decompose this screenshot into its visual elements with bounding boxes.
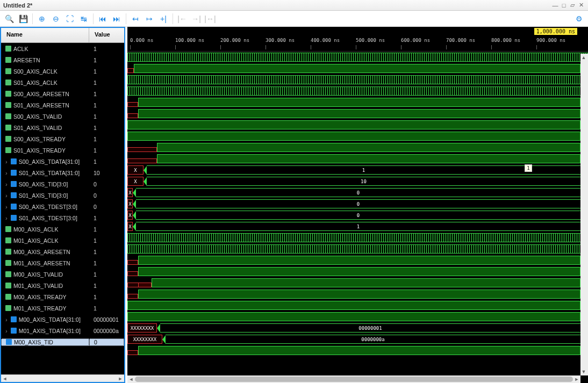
ruler-tick: 800.000 ns <box>491 38 520 43</box>
wave-row[interactable] <box>127 142 588 153</box>
scroll-up-icon[interactable]: ▲ <box>580 54 587 61</box>
wave-row[interactable] <box>127 52 588 63</box>
left-hscroll[interactable]: ◄ ► <box>1 374 124 382</box>
signal-header: Name Value <box>1 28 124 43</box>
wave-row[interactable] <box>127 131 588 142</box>
signal-row[interactable]: M00_AXIS_TREADY1 <box>1 291 124 302</box>
wave-row[interactable] <box>127 288 588 300</box>
signal-row[interactable]: M00_AXIS_ACLK1 <box>1 223 124 235</box>
scroll-right-icon[interactable]: ► <box>117 375 124 382</box>
wave-row[interactable] <box>127 119 588 131</box>
goto-cursor-icon[interactable]: ↹ <box>78 13 90 25</box>
wave-row[interactable] <box>127 153 588 164</box>
wave-row[interactable] <box>127 74 588 85</box>
signal-row[interactable]: M00_AXIS_TDATA[31:0]00000001 <box>1 314 124 325</box>
wave-row[interactable] <box>127 63 588 74</box>
scroll-down-icon[interactable]: ▼ <box>580 368 587 375</box>
wave-row[interactable] <box>127 300 588 311</box>
signal-row[interactable]: S01_AXIS_TDEST[3:0]1 <box>1 212 124 223</box>
signal-row[interactable]: S01_AXIS_TID[3:0]0 <box>1 190 124 201</box>
wave-row[interactable]: XXXXXXXX0000000a <box>127 334 588 345</box>
signal-row[interactable]: S01_AXIS_ARESETN1 <box>1 99 124 111</box>
wave-row[interactable] <box>127 243 588 255</box>
horizontal-scrollbar[interactable]: ◄ ► <box>127 375 580 383</box>
waveform-panel[interactable]: 1,000.000 ns 0.000 ns100.000 ns200.000 n… <box>127 27 588 383</box>
signal-row[interactable]: M01_AXIS_ACLK1 <box>1 235 124 246</box>
save-icon[interactable]: 💾 <box>17 13 29 25</box>
vertical-scrollbar[interactable]: ▲ ▼ <box>580 54 588 375</box>
signal-row[interactable]: S00_AXIS_TDATA[31:0]1 <box>1 156 124 167</box>
zoom-in-icon[interactable]: ⊕ <box>36 13 48 25</box>
signal-row[interactable]: ACLK1 <box>1 43 124 54</box>
settings-icon[interactable]: ⚙ <box>573 13 585 25</box>
wire-icon <box>5 283 11 288</box>
signal-row[interactable]: S00_AXIS_TID[3:0]0 <box>1 178 124 190</box>
prev-edge-icon[interactable]: ↤ <box>130 13 141 25</box>
wave-row[interactable]: X0 <box>127 187 588 198</box>
col-name[interactable]: Name <box>1 28 89 42</box>
scroll-track[interactable] <box>135 377 573 382</box>
wave-row[interactable]: X11 <box>127 164 588 176</box>
signal-row[interactable]: S00_AXIS_TVALID1 <box>1 111 124 122</box>
add-marker-icon[interactable]: +| <box>157 13 169 25</box>
signal-row[interactable]: S01_AXIS_TREADY1 <box>1 144 124 156</box>
wave-row[interactable] <box>127 345 588 356</box>
wave-row[interactable]: X0 <box>127 209 588 221</box>
last-icon[interactable]: ⏭ <box>111 13 123 25</box>
wave-row[interactable] <box>127 311 588 322</box>
wave-row[interactable]: X10 <box>127 176 588 187</box>
ruler-tick: 900.000 ns <box>536 38 565 43</box>
scroll-left-icon[interactable]: ◄ <box>1 375 9 382</box>
scroll-thumb[interactable] <box>135 377 573 382</box>
bus-icon <box>11 215 17 221</box>
wave-row[interactable]: X1 <box>127 221 588 232</box>
next-edge-icon[interactable]: ↦ <box>144 13 155 25</box>
wave-row[interactable] <box>127 97 588 108</box>
scroll-left-icon[interactable]: ◄ <box>127 376 135 382</box>
wave-row[interactable] <box>127 85 588 97</box>
signal-row[interactable]: M01_AXIS_TDATA[31:0]0000000a <box>1 325 124 336</box>
maximize-icon[interactable]: □ <box>560 2 568 9</box>
scroll-right-icon[interactable]: ► <box>573 376 580 382</box>
wave-row[interactable] <box>127 255 588 266</box>
time-ruler[interactable]: 0.000 ns100.000 ns200.000 ns300.000 ns40… <box>127 37 588 52</box>
signal-name: S00_AXIS_TREADY <box>13 136 66 142</box>
zoom-fit-icon[interactable]: ⛶ <box>64 13 76 25</box>
signal-row[interactable]: ARESETN1 <box>1 54 124 66</box>
separator <box>32 13 33 24</box>
signal-row[interactable]: S00_AXIS_ACLK1 <box>1 66 124 77</box>
signal-row[interactable]: M00_AXIS_TID0 <box>1 336 124 348</box>
wave-row[interactable] <box>127 266 588 277</box>
wave-row[interactable] <box>127 108 588 119</box>
wave-row[interactable] <box>127 277 588 288</box>
signal-row[interactable]: M01_AXIS_TREADY1 <box>1 302 124 314</box>
close-icon[interactable]: ✕ <box>577 2 585 9</box>
signal-row[interactable]: M01_AXIS_TVALID1 <box>1 280 124 291</box>
waveform-area[interactable]: X11X10X0X0X0X1XXXXXXXX00000001XXXXXXXX00… <box>127 52 588 383</box>
signal-row[interactable]: S00_AXIS_TDEST[3:0]0 <box>1 201 124 212</box>
signal-row[interactable]: S00_AXIS_TREADY1 <box>1 133 124 144</box>
signal-row[interactable]: M00_AXIS_ARESETN1 <box>1 246 124 257</box>
signal-row[interactable]: S00_AXIS_ARESETN1 <box>1 88 124 99</box>
marker-label[interactable]: 1 <box>525 164 532 172</box>
signal-row[interactable]: M00_AXIS_TVALID1 <box>1 269 124 280</box>
signal-name: S01_AXIS_TDEST[3:0] <box>19 215 77 221</box>
signal-row[interactable]: S01_AXIS_TDATA[31:0]10 <box>1 167 124 178</box>
col-value[interactable]: Value <box>89 28 124 42</box>
signal-name: S01_AXIS_TID[3:0] <box>19 192 68 199</box>
signal-row[interactable]: M01_AXIS_ARESETN1 <box>1 257 124 269</box>
minimize-icon[interactable]: — <box>551 2 559 9</box>
first-icon[interactable]: ⏮ <box>97 13 109 25</box>
wave-row[interactable]: X0 <box>127 198 588 209</box>
search-icon[interactable]: 🔍 <box>3 13 15 25</box>
signal-list[interactable]: ACLK1ARESETN1S00_AXIS_ACLK1S01_AXIS_ACLK… <box>1 43 124 374</box>
window-title: Untitled 2* <box>3 2 32 9</box>
signal-name: M00_AXIS_ACLK <box>13 226 58 233</box>
wave-row[interactable] <box>127 232 588 243</box>
signal-row[interactable]: S01_AXIS_ACLK1 <box>1 77 124 88</box>
wave-row[interactable]: XXXXXXXX00000001 <box>127 322 588 334</box>
signal-row[interactable]: S01_AXIS_TVALID1 <box>1 122 124 133</box>
zoom-out-icon[interactable]: ⊖ <box>50 13 62 25</box>
signal-value: 1 <box>89 226 124 233</box>
restore-icon[interactable]: ▱ <box>569 2 576 9</box>
